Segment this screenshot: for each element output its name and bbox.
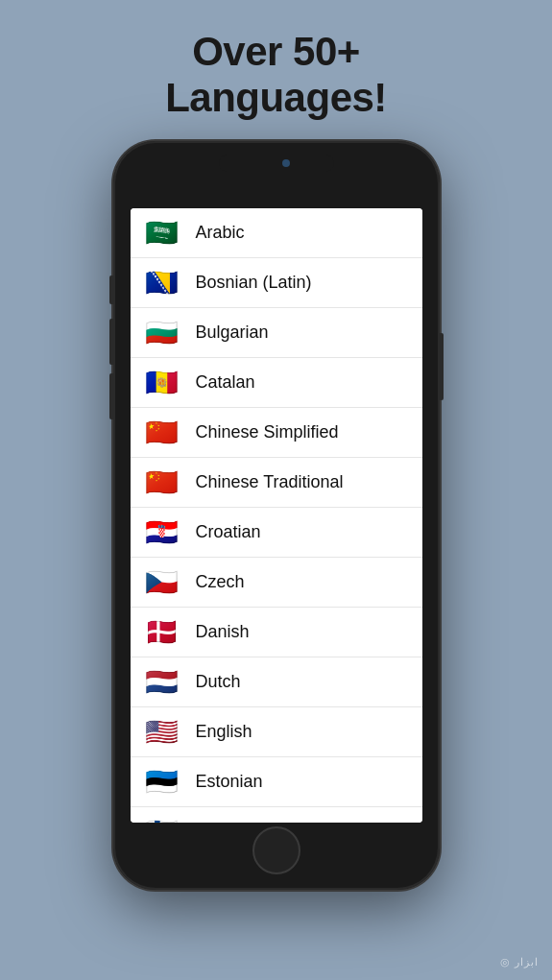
language-name: Dutch <box>196 672 241 692</box>
language-name: Bosnian (Latin) <box>196 273 312 293</box>
list-item[interactable]: 🇧🇬Bulgarian <box>131 308 422 358</box>
list-item[interactable]: 🇫🇮Finnish <box>131 807 422 823</box>
flag-icon: 🇫🇮 <box>142 812 182 823</box>
home-button <box>252 826 300 874</box>
flag-icon: 🇩🇰 <box>142 611 182 652</box>
flag-icon: 🇺🇸 <box>142 711 182 752</box>
language-name: Estonian <box>196 772 263 792</box>
language-name: Catalan <box>196 372 255 393</box>
watermark: ◎ ابزار <box>500 956 539 968</box>
language-name: Czech <box>196 572 245 592</box>
flag-icon: 🇧🇬 <box>142 312 182 352</box>
volume-up-button <box>109 319 113 365</box>
volume-down-button <box>109 373 113 419</box>
headline: Over 50+ Languages! <box>165 29 387 122</box>
flag-icon: 🇳🇱 <box>142 661 182 702</box>
front-camera <box>282 159 290 167</box>
flag-icon: 🇸🇦 <box>142 212 182 252</box>
phone-shell: 🇸🇦Arabic🇧🇦Bosnian (Latin)🇧🇬Bulgarian🇦🇩Ca… <box>113 141 440 890</box>
list-item[interactable]: 🇩🇰Danish <box>131 608 422 657</box>
language-name: Bulgarian <box>196 323 269 343</box>
phone-notch <box>219 155 334 172</box>
language-name: Finnish <box>196 822 252 823</box>
headline-line2: Languages! <box>165 75 387 120</box>
list-item[interactable]: 🇨🇿Czech <box>131 558 422 608</box>
flag-icon: 🇪🇪 <box>142 761 182 801</box>
list-item[interactable]: 🇧🇦Bosnian (Latin) <box>131 258 422 308</box>
language-name: Danish <box>196 622 250 642</box>
language-name: English <box>196 722 252 742</box>
list-item[interactable]: 🇨🇳Chinese Traditional <box>131 458 422 508</box>
list-item[interactable]: 🇦🇩Catalan <box>131 358 422 408</box>
language-name: Chinese Traditional <box>196 472 344 492</box>
flag-icon: 🇨🇳 <box>142 412 182 452</box>
flag-icon: 🇧🇦 <box>142 262 182 302</box>
phone-mockup: 🇸🇦Arabic🇧🇦Bosnian (Latin)🇧🇬Bulgarian🇦🇩Ca… <box>113 141 440 890</box>
mute-button <box>109 275 113 304</box>
headline-line1: Over 50+ <box>192 29 360 74</box>
list-item[interactable]: 🇪🇪Estonian <box>131 757 422 807</box>
list-item[interactable]: 🇭🇷Croatian <box>131 508 422 558</box>
language-list: 🇸🇦Arabic🇧🇦Bosnian (Latin)🇧🇬Bulgarian🇦🇩Ca… <box>131 208 422 823</box>
list-item[interactable]: 🇺🇸English <box>131 707 422 757</box>
list-item[interactable]: 🇸🇦Arabic <box>131 208 422 258</box>
flag-icon: 🇭🇷 <box>142 512 182 552</box>
flag-icon: 🇨🇿 <box>142 562 182 602</box>
list-item[interactable]: 🇳🇱Dutch <box>131 657 422 707</box>
phone-screen: 🇸🇦Arabic🇧🇦Bosnian (Latin)🇧🇬Bulgarian🇦🇩Ca… <box>131 208 422 823</box>
language-name: Chinese Simplified <box>196 422 339 442</box>
list-item[interactable]: 🇨🇳Chinese Simplified <box>131 408 422 458</box>
language-name: Arabic <box>196 223 245 243</box>
flag-icon: 🇦🇩 <box>142 362 182 402</box>
power-button <box>440 333 444 400</box>
language-name: Croatian <box>196 522 261 542</box>
flag-icon: 🇨🇳 <box>142 462 182 502</box>
